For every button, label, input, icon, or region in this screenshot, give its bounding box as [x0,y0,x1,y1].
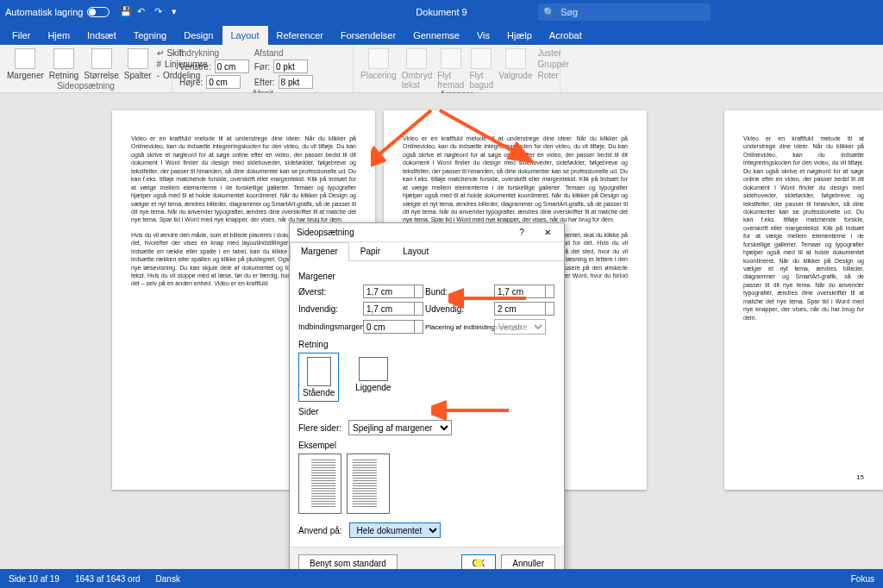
dialog-close-button[interactable]: ✕ [535,228,560,237]
document-area[interactable]: Video er en kraftfuld metode til at unde… [0,93,883,569]
margin-bottom-input[interactable] [494,285,546,298]
juster-button[interactable]: Juster [538,48,570,58]
ribbon-group-sideopsatning: Margener Retning Størrelse Spalter ↵Skif… [0,45,172,92]
quick-access-toolbar: 💾 ↶ ↷ ▾ [120,6,184,18]
title-bar: Automatisk lagring 💾 ↶ ↷ ▾ Dokument 9 🔍 … [0,0,883,24]
undo-icon[interactable]: ↶ [137,6,149,18]
tab-layout[interactable]: Layout [222,26,268,45]
autosave-toggle[interactable]: Automatisk lagring [5,7,110,17]
ribbon-group-arranger: Placering Ombryd tekst Flyt fremad Flyt … [354,45,560,92]
spinner-icon[interactable] [546,285,554,298]
margins-icon [15,48,35,69]
ok-button[interactable]: OK [461,554,496,569]
dialog-tab-margener[interactable]: Margener [290,242,349,261]
tab-filer[interactable]: Filer [3,26,39,45]
status-words[interactable]: 1643 af 1643 ord [75,574,141,584]
apply-to-select[interactable]: Hele dokumentet [349,522,441,538]
spalter-button[interactable]: Spalter [124,48,152,80]
send-backward-icon [471,48,492,69]
flyt-bagud-button: Flyt bagud [469,48,493,90]
set-default-button[interactable]: Benyt som standard [298,554,398,569]
landscape-button[interactable]: Liggende [351,353,395,402]
flyt-fremad-button: Flyt fremad [437,48,464,90]
cursor-highlight-icon [473,558,484,568]
selection-pane-icon [505,48,526,69]
page-text: Video er en kraftfuld metode til at unde… [743,134,864,322]
tab-design[interactable]: Design [175,26,222,45]
sider-section-label: Sider [298,407,555,416]
preview-page-left [298,454,341,514]
space-before-input[interactable] [273,59,308,73]
tab-referencer[interactable]: Referencer [268,26,332,45]
gutter-position-select: Venstre [494,319,546,335]
dialog-tab-papir[interactable]: Papir [349,242,391,260]
valgrude-button[interactable]: Valgrude [498,48,532,80]
preview-pane [298,454,555,514]
dialog-tab-layout[interactable]: Layout [391,242,440,260]
page-text: Video er en kraftfuld metode til at unde… [131,134,356,224]
tab-tegning[interactable]: Tegning [125,26,176,45]
dialog-tabs: Margener Papir Layout [290,242,564,261]
redo-icon[interactable]: ↷ [154,6,166,18]
dialog-title-text: Sideopsætning [297,228,354,237]
search-box[interactable]: 🔍 Søg [538,3,711,21]
position-icon [368,48,389,69]
margin-outside-input[interactable] [494,302,546,316]
placering-button: Placering [360,48,397,80]
autosave-switch-icon[interactable] [87,7,110,17]
dialog-help-button[interactable]: ? [509,228,535,237]
tab-vis[interactable]: Vis [468,26,498,45]
size-icon [91,48,112,69]
tab-gennemse[interactable]: Gennemse [404,26,468,45]
status-bar: Side 10 af 19 1643 af 1643 ord Dansk Fok… [0,569,883,588]
eksempel-section-label: Eksempel [298,441,555,450]
storrelse-button[interactable]: Størrelse [84,48,119,80]
status-focus[interactable]: Fokus [851,574,874,584]
save-icon[interactable]: 💾 [120,6,132,18]
margener-button[interactable]: Margener [7,48,44,80]
gutter-input[interactable] [363,320,415,334]
spinner-icon[interactable] [415,302,423,316]
tab-forsendelser[interactable]: Forsendelser [332,26,404,45]
status-language[interactable]: Dansk [156,574,180,584]
tab-indsaet[interactable]: Indsæt [78,26,125,45]
columns-icon [128,48,148,69]
search-placeholder: Søg [560,7,578,17]
page-setup-dialog: Sideopsætning ? ✕ Margener Papir Layout … [289,222,565,569]
spinner-icon[interactable] [546,302,554,316]
ombryd-button: Ombryd tekst [402,48,433,90]
cancel-button[interactable]: Annuller [501,554,555,569]
page-15: Video er en kraftfuld metode til at unde… [724,110,883,490]
tab-hjem[interactable]: Hjem [39,26,78,45]
search-icon: 🔍 [543,7,555,18]
spinner-icon[interactable] [415,285,423,298]
document-title: Dokument 9 [416,7,467,17]
retning-section-label: Retning [298,340,555,349]
orientation-icon [53,48,74,69]
bring-forward-icon [441,48,461,69]
space-after-input[interactable] [279,75,313,89]
retning-button[interactable]: Retning [49,48,78,80]
wrap-icon [406,48,427,69]
indent-left-input[interactable] [215,59,249,73]
portrait-button[interactable]: Stående [298,353,339,402]
indent-right-input[interactable] [206,75,241,89]
margin-top-input[interactable] [363,285,415,298]
page-text: Video er en kraftfuld metode til at unde… [403,134,628,224]
status-page[interactable]: Side 10 af 19 [9,574,59,584]
preview-page-right [347,454,390,514]
spinner-icon[interactable] [415,320,423,334]
ribbon-group-afsnit: Indrykning Venstre: Højre: Afstand Før: … [172,45,354,92]
qat-dropdown-icon[interactable]: ▾ [172,6,184,18]
margin-inside-input[interactable] [363,302,415,316]
ribbon: Margener Retning Størrelse Spalter ↵Skif… [0,45,883,93]
grupper-button: Gruppér [538,59,570,69]
group-label-sideops: Sideopsætning [7,81,165,91]
tab-acrobat[interactable]: Acrobat [541,26,591,45]
tab-hjaelp[interactable]: Hjælp [498,26,541,45]
ribbon-tabs: Filer Hjem Indsæt Tegning Design Layout … [0,24,883,45]
portrait-icon [307,357,331,386]
autosave-label: Automatisk lagring [5,7,84,17]
multiple-pages-select[interactable]: Spejling af margener [348,420,452,435]
margener-section-label: Margener [298,272,555,281]
